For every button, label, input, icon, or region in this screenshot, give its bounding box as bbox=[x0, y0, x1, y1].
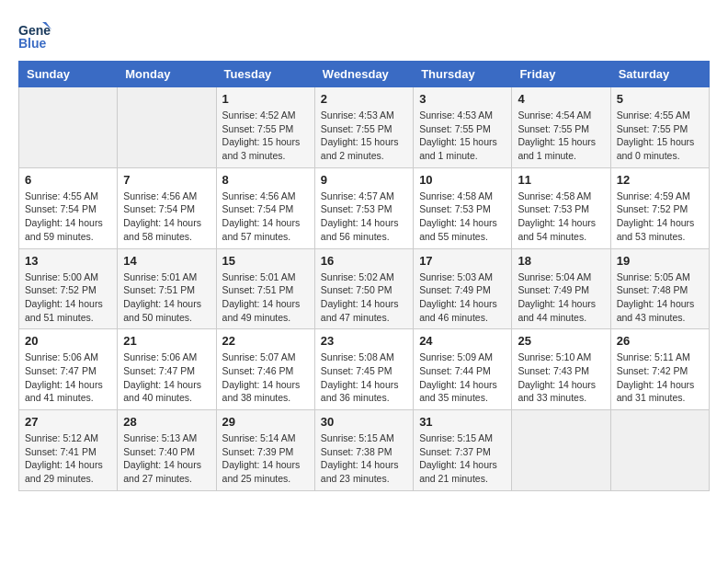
logo: General Blue bbox=[18, 18, 55, 52]
day-number: 5 bbox=[617, 92, 703, 106]
calendar-cell: 23Sunrise: 5:08 AM Sunset: 7:45 PM Dayli… bbox=[314, 329, 413, 410]
day-info: Sunrise: 5:15 AM Sunset: 7:37 PM Dayligh… bbox=[419, 431, 506, 486]
calendar-cell: 17Sunrise: 5:03 AM Sunset: 7:49 PM Dayli… bbox=[414, 248, 512, 329]
calendar-header: SundayMondayTuesdayWednesdayThursdayFrid… bbox=[19, 62, 710, 87]
calendar-cell bbox=[118, 87, 216, 168]
calendar-cell: 2Sunrise: 4:53 AM Sunset: 7:55 PM Daylig… bbox=[314, 87, 413, 168]
day-info: Sunrise: 4:57 AM Sunset: 7:53 PM Dayligh… bbox=[321, 190, 407, 244]
day-number: 31 bbox=[419, 415, 506, 429]
day-number: 22 bbox=[222, 334, 309, 348]
day-info: Sunrise: 5:11 AM Sunset: 7:42 PM Dayligh… bbox=[617, 350, 703, 405]
day-info: Sunrise: 4:58 AM Sunset: 7:53 PM Dayligh… bbox=[518, 190, 604, 244]
day-info: Sunrise: 4:58 AM Sunset: 7:53 PM Dayligh… bbox=[419, 190, 506, 244]
day-number: 10 bbox=[419, 173, 506, 187]
weekday-header: Tuesday bbox=[216, 62, 314, 87]
day-info: Sunrise: 5:02 AM Sunset: 7:50 PM Dayligh… bbox=[321, 270, 407, 325]
weekday-header: Monday bbox=[118, 62, 216, 87]
day-info: Sunrise: 4:56 AM Sunset: 7:54 PM Dayligh… bbox=[123, 190, 210, 244]
day-info: Sunrise: 4:53 AM Sunset: 7:55 PM Dayligh… bbox=[321, 109, 407, 163]
calendar-cell: 20Sunrise: 5:06 AM Sunset: 7:47 PM Dayli… bbox=[19, 329, 118, 410]
day-info: Sunrise: 5:06 AM Sunset: 7:47 PM Dayligh… bbox=[123, 350, 210, 405]
calendar-cell: 19Sunrise: 5:05 AM Sunset: 7:48 PM Dayli… bbox=[610, 248, 709, 329]
svg-text:Blue: Blue bbox=[18, 36, 47, 51]
day-info: Sunrise: 4:54 AM Sunset: 7:55 PM Dayligh… bbox=[518, 109, 604, 163]
calendar-table: SundayMondayTuesdayWednesdayThursdayFrid… bbox=[18, 61, 710, 491]
day-number: 19 bbox=[617, 254, 703, 268]
day-info: Sunrise: 5:09 AM Sunset: 7:44 PM Dayligh… bbox=[419, 350, 506, 405]
calendar-cell: 15Sunrise: 5:01 AM Sunset: 7:51 PM Dayli… bbox=[216, 248, 314, 329]
calendar-cell: 24Sunrise: 5:09 AM Sunset: 7:44 PM Dayli… bbox=[414, 329, 512, 410]
calendar-cell: 7Sunrise: 4:56 AM Sunset: 7:54 PM Daylig… bbox=[118, 167, 216, 248]
day-number: 3 bbox=[419, 92, 506, 106]
weekday-header: Saturday bbox=[610, 62, 709, 87]
calendar-cell: 5Sunrise: 4:55 AM Sunset: 7:55 PM Daylig… bbox=[610, 87, 709, 168]
weekday-header: Sunday bbox=[19, 62, 118, 87]
calendar-cell: 1Sunrise: 4:52 AM Sunset: 7:55 PM Daylig… bbox=[216, 87, 314, 168]
day-number: 1 bbox=[222, 92, 309, 106]
day-number: 21 bbox=[123, 334, 210, 348]
calendar-cell: 16Sunrise: 5:02 AM Sunset: 7:50 PM Dayli… bbox=[314, 248, 413, 329]
weekday-header: Friday bbox=[512, 62, 610, 87]
day-number: 29 bbox=[222, 415, 309, 429]
calendar-cell: 14Sunrise: 5:01 AM Sunset: 7:51 PM Dayli… bbox=[118, 248, 216, 329]
day-number: 16 bbox=[321, 254, 407, 268]
day-number: 27 bbox=[25, 415, 111, 429]
day-info: Sunrise: 5:13 AM Sunset: 7:40 PM Dayligh… bbox=[123, 431, 210, 486]
calendar-cell: 11Sunrise: 4:58 AM Sunset: 7:53 PM Dayli… bbox=[512, 167, 610, 248]
weekday-header: Thursday bbox=[414, 62, 512, 87]
day-info: Sunrise: 5:00 AM Sunset: 7:52 PM Dayligh… bbox=[25, 270, 111, 325]
day-number: 8 bbox=[222, 173, 309, 187]
calendar-cell: 30Sunrise: 5:15 AM Sunset: 7:38 PM Dayli… bbox=[314, 410, 413, 491]
logo-icon: General Blue bbox=[18, 18, 51, 52]
calendar-cell: 4Sunrise: 4:54 AM Sunset: 7:55 PM Daylig… bbox=[512, 87, 610, 168]
day-number: 25 bbox=[518, 334, 604, 348]
weekday-header: Wednesday bbox=[314, 62, 413, 87]
day-number: 18 bbox=[518, 254, 604, 268]
day-info: Sunrise: 5:08 AM Sunset: 7:45 PM Dayligh… bbox=[321, 350, 407, 405]
calendar-cell: 22Sunrise: 5:07 AM Sunset: 7:46 PM Dayli… bbox=[216, 329, 314, 410]
day-info: Sunrise: 4:59 AM Sunset: 7:52 PM Dayligh… bbox=[617, 190, 703, 244]
calendar-cell: 12Sunrise: 4:59 AM Sunset: 7:52 PM Dayli… bbox=[610, 167, 709, 248]
day-number: 30 bbox=[321, 415, 407, 429]
day-info: Sunrise: 5:14 AM Sunset: 7:39 PM Dayligh… bbox=[222, 431, 309, 486]
day-number: 11 bbox=[518, 173, 604, 187]
day-number: 4 bbox=[518, 92, 604, 106]
calendar-cell: 10Sunrise: 4:58 AM Sunset: 7:53 PM Dayli… bbox=[414, 167, 512, 248]
calendar-cell bbox=[610, 410, 709, 491]
calendar-cell: 18Sunrise: 5:04 AM Sunset: 7:49 PM Dayli… bbox=[512, 248, 610, 329]
day-number: 28 bbox=[123, 415, 210, 429]
day-info: Sunrise: 4:55 AM Sunset: 7:54 PM Dayligh… bbox=[25, 190, 111, 244]
calendar-cell: 9Sunrise: 4:57 AM Sunset: 7:53 PM Daylig… bbox=[314, 167, 413, 248]
calendar-cell: 3Sunrise: 4:53 AM Sunset: 7:55 PM Daylig… bbox=[414, 87, 512, 168]
calendar-cell: 21Sunrise: 5:06 AM Sunset: 7:47 PM Dayli… bbox=[118, 329, 216, 410]
day-info: Sunrise: 4:52 AM Sunset: 7:55 PM Dayligh… bbox=[222, 109, 309, 163]
day-info: Sunrise: 4:55 AM Sunset: 7:55 PM Dayligh… bbox=[617, 109, 703, 163]
day-info: Sunrise: 4:56 AM Sunset: 7:54 PM Dayligh… bbox=[222, 190, 309, 244]
day-info: Sunrise: 5:04 AM Sunset: 7:49 PM Dayligh… bbox=[518, 270, 604, 325]
day-number: 14 bbox=[123, 254, 210, 268]
page-header: General Blue bbox=[18, 18, 710, 52]
calendar-cell: 8Sunrise: 4:56 AM Sunset: 7:54 PM Daylig… bbox=[216, 167, 314, 248]
day-info: Sunrise: 5:03 AM Sunset: 7:49 PM Dayligh… bbox=[419, 270, 506, 325]
day-info: Sunrise: 5:15 AM Sunset: 7:38 PM Dayligh… bbox=[321, 431, 407, 486]
day-number: 24 bbox=[419, 334, 506, 348]
calendar-cell: 26Sunrise: 5:11 AM Sunset: 7:42 PM Dayli… bbox=[610, 329, 709, 410]
day-number: 17 bbox=[419, 254, 506, 268]
calendar-cell: 31Sunrise: 5:15 AM Sunset: 7:37 PM Dayli… bbox=[414, 410, 512, 491]
day-info: Sunrise: 4:53 AM Sunset: 7:55 PM Dayligh… bbox=[419, 109, 506, 163]
calendar-cell bbox=[512, 410, 610, 491]
day-number: 15 bbox=[222, 254, 309, 268]
day-number: 2 bbox=[321, 92, 407, 106]
day-number: 13 bbox=[25, 254, 111, 268]
day-number: 20 bbox=[25, 334, 111, 348]
day-number: 23 bbox=[321, 334, 407, 348]
calendar-cell: 13Sunrise: 5:00 AM Sunset: 7:52 PM Dayli… bbox=[19, 248, 118, 329]
day-number: 12 bbox=[617, 173, 703, 187]
day-number: 7 bbox=[123, 173, 210, 187]
day-info: Sunrise: 5:12 AM Sunset: 7:41 PM Dayligh… bbox=[25, 431, 111, 486]
day-number: 6 bbox=[25, 173, 111, 187]
calendar-cell: 25Sunrise: 5:10 AM Sunset: 7:43 PM Dayli… bbox=[512, 329, 610, 410]
calendar-cell: 27Sunrise: 5:12 AM Sunset: 7:41 PM Dayli… bbox=[19, 410, 118, 491]
day-info: Sunrise: 5:01 AM Sunset: 7:51 PM Dayligh… bbox=[123, 270, 210, 325]
calendar-cell: 28Sunrise: 5:13 AM Sunset: 7:40 PM Dayli… bbox=[118, 410, 216, 491]
